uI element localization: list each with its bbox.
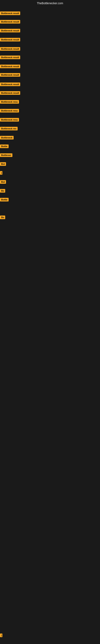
- badge-container-13: Bottleneck resu: [0, 118, 19, 122]
- bottleneck-result-badge-16[interactable]: Bottle: [0, 144, 9, 148]
- badge-container-4: Bottleneck result: [0, 38, 20, 42]
- bottleneck-result-badge-20[interactable]: Bot: [0, 180, 6, 184]
- badge-container-1: Bottleneck result: [0, 12, 20, 16]
- badge-container-18: Bot: [0, 162, 6, 167]
- bottleneck-result-badge-5[interactable]: Bottleneck result: [0, 47, 20, 51]
- badge-container-17: Bottlenec: [0, 153, 12, 158]
- badge-container-11: Bottleneck resu: [0, 100, 19, 104]
- badge-container-5: Bottleneck result: [0, 47, 20, 52]
- bottleneck-result-badge-13[interactable]: Bottleneck resu: [0, 118, 19, 122]
- badge-container-19: |: [0, 171, 2, 176]
- badge-container-24: |: [0, 634, 2, 638]
- badge-container-8: Bottleneck result: [0, 73, 20, 78]
- bottleneck-result-badge-2[interactable]: Bottleneck result: [0, 20, 20, 24]
- bottleneck-result-badge-14[interactable]: Bottleneck res: [0, 127, 18, 130]
- bottleneck-result-badge-23[interactable]: Bo: [0, 216, 5, 219]
- bottleneck-result-badge-4[interactable]: Bottleneck result: [0, 38, 20, 42]
- badge-container-15: Bottleneck: [0, 136, 14, 140]
- bottleneck-result-badge-9[interactable]: Bottleneck result: [0, 82, 20, 86]
- bottleneck-result-badge-15[interactable]: Bottleneck: [0, 136, 14, 140]
- badge-container-12: Bottleneck resu: [0, 109, 19, 113]
- bottleneck-result-badge-1[interactable]: Bottleneck result: [0, 12, 20, 15]
- bottleneck-result-badge-17[interactable]: Bottlenec: [0, 153, 12, 157]
- bottleneck-result-badge-12[interactable]: Bottleneck resu: [0, 109, 19, 112]
- bottleneck-result-badge-7[interactable]: Bottleneck result: [0, 64, 20, 68]
- site-title: TheBottlenecker.com: [0, 0, 100, 6]
- badge-container-3: Bottleneck result: [0, 29, 20, 33]
- bottleneck-result-badge-11[interactable]: Bottleneck resu: [0, 100, 19, 104]
- bottleneck-result-badge-19[interactable]: |: [0, 171, 2, 175]
- badge-container-21: Bo: [0, 189, 5, 194]
- bottleneck-result-badge-6[interactable]: Bottleneck result: [0, 56, 20, 59]
- badge-container-22: Bottle: [0, 198, 9, 202]
- bottleneck-result-badge-8[interactable]: Bottleneck result: [0, 73, 20, 77]
- badge-container-14: Bottleneck res: [0, 127, 18, 131]
- badge-container-7: Bottleneck result: [0, 64, 20, 69]
- bottleneck-result-badge-10[interactable]: Bottleneck result: [0, 91, 20, 95]
- badge-container-9: Bottleneck result: [0, 82, 20, 87]
- badge-container-6: Bottleneck result: [0, 56, 20, 60]
- bottleneck-result-badge-24[interactable]: |: [0, 634, 2, 637]
- badge-container-20: Bot: [0, 180, 6, 184]
- bottleneck-result-badge-18[interactable]: Bot: [0, 162, 6, 166]
- bottleneck-result-badge-22[interactable]: Bottle: [0, 198, 9, 202]
- badge-container-23: Bo: [0, 216, 5, 220]
- badge-container-16: Bottle: [0, 144, 9, 149]
- bottleneck-result-badge-3[interactable]: Bottleneck result: [0, 29, 20, 32]
- badge-container-10: Bottleneck result: [0, 91, 20, 96]
- badge-container-2: Bottleneck result: [0, 20, 20, 24]
- bottleneck-result-badge-21[interactable]: Bo: [0, 189, 5, 192]
